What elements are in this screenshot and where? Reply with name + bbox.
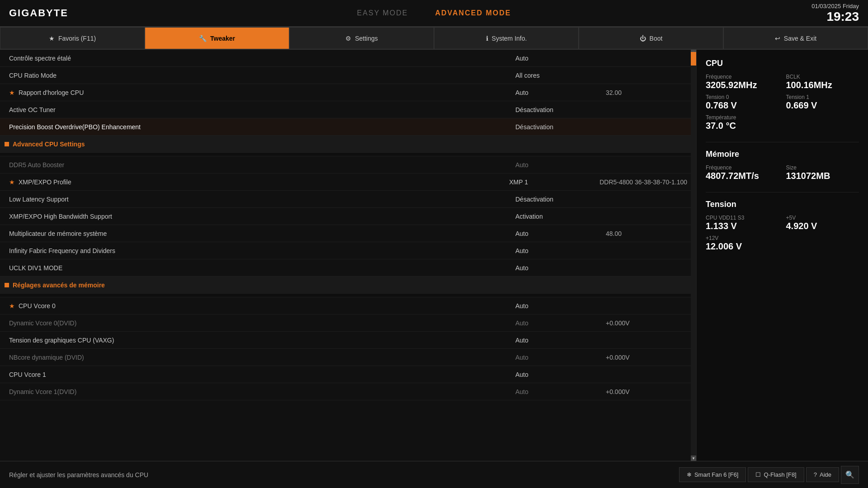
qflash-button[interactable]: ☐ Q-Flash [F8]	[748, 467, 804, 482]
row-pbo-enhancement[interactable]: Precision Boost Overdrive(PBO) Enhanceme…	[0, 118, 696, 136]
row-name: XMP/EXPO High Bandwidth Support	[9, 213, 515, 220]
aide-label: Aide	[820, 471, 831, 478]
settings-panel: Contrôle spectre étalé Auto CPU Ratio Mo…	[0, 50, 696, 461]
search-icon: 🔍	[845, 470, 854, 479]
divider-1	[706, 142, 859, 142]
row-name: Multiplicateur de mémoire système	[9, 230, 515, 237]
section-label: Advanced CPU Settings	[13, 141, 85, 148]
row-ddr5-auto-booster[interactable]: DDR5 Auto Booster Auto	[0, 156, 696, 174]
cpu-tension0-value: 0.768 V	[706, 100, 779, 111]
tab-boot[interactable]: ⏻ Boot	[579, 27, 723, 49]
section-reglages-memoire: Réglages avancés de mémoire	[0, 277, 696, 294]
row-value: Auto	[515, 247, 597, 254]
tab-sysinfo-label: System Info.	[492, 35, 527, 42]
row-extra: DDR5-4800 36-38-38-70-1.100	[590, 178, 687, 186]
tension-5v-block: +5V 4.920 V	[786, 215, 859, 231]
scrollbar[interactable]: ▲ ▼	[691, 50, 696, 461]
aide-button[interactable]: ? Aide	[806, 467, 839, 482]
scroll-thumb[interactable]	[691, 52, 696, 66]
tension-vdd-value: 1.133 V	[706, 221, 779, 231]
tab-tweaker-label: Tweaker	[210, 35, 235, 42]
nav-tabs: ★ Favoris (F11) 🔧 Tweaker ⚙ Settings ℹ S…	[0, 27, 868, 50]
cpu-grid: Fréquence 3205.92MHz BCLK 100.16MHz Tens…	[706, 74, 859, 131]
tab-tweaker[interactable]: 🔧 Tweaker	[145, 27, 289, 49]
cpu-tension1-block: Tension 1 0.669 V	[786, 94, 859, 111]
cpu-tension0-block: Tension 0 0.768 V	[706, 94, 779, 111]
row-name: Infinity Fabric Frequency and Dividers	[9, 247, 515, 254]
smartfan-button[interactable]: ❄ Smart Fan 6 [F6]	[679, 467, 746, 482]
smartfan-icon: ❄	[687, 471, 692, 478]
cpu-bclk-value: 100.16MHz	[786, 80, 859, 90]
qflash-icon: ☐	[755, 471, 761, 478]
row-low-latency[interactable]: Low Latency Support Désactivation	[0, 191, 696, 208]
row-controle-spectre[interactable]: Contrôle spectre étalé Auto	[0, 50, 696, 67]
row-cpu-ratio-mode[interactable]: CPU Ratio Mode All cores	[0, 67, 696, 84]
memory-section-title: Mémoire	[706, 150, 859, 159]
row-rapport-horloge[interactable]: ★Rapport d'horloge CPU Auto 32.00	[0, 84, 696, 101]
memory-section: Mémoire Fréquence 4807.72MT/s Size 13107…	[706, 150, 859, 181]
scroll-down-arrow[interactable]: ▼	[691, 455, 696, 461]
datetime: 01/03/2025 Friday 19:23	[811, 3, 859, 24]
row-name: Low Latency Support	[9, 196, 515, 203]
row-value: Activation	[515, 213, 597, 220]
row-name: ★Rapport d'horloge CPU	[9, 89, 515, 96]
tab-settings[interactable]: ⚙ Settings	[289, 27, 434, 49]
row-xmp-high-bandwidth[interactable]: XMP/EXPO High Bandwidth Support Activati…	[0, 208, 696, 225]
row-name: Dynamic Vcore 1(DVID)	[9, 388, 515, 395]
easy-mode-label[interactable]: EASY MODE	[357, 9, 408, 17]
row-name: DDR5 Auto Booster	[9, 161, 515, 169]
tab-saveexit[interactable]: ↩ Save & Exit	[723, 27, 868, 49]
tension-grid: CPU VDD11 S3 1.133 V +5V 4.920 V +12V 12…	[706, 215, 859, 252]
aide-icon: ?	[814, 471, 817, 478]
row-value: Auto	[515, 354, 597, 361]
row-name: Precision Boost Overdrive(PBO) Enhanceme…	[9, 123, 515, 131]
row-extra: 32.00	[597, 89, 687, 96]
row-nbcore-dynamique[interactable]: NBcore dynamique (DVID) Auto +0.000V	[0, 349, 696, 366]
row-dynamic-vcore-0[interactable]: Dynamic Vcore 0(DVID) Auto +0.000V	[0, 314, 696, 332]
row-multiplicateur-memoire[interactable]: Multiplicateur de mémoire système Auto 4…	[0, 225, 696, 242]
row-infinity-fabric[interactable]: Infinity Fabric Frequency and Dividers A…	[0, 242, 696, 259]
advanced-mode-label[interactable]: ADVANCED MODE	[435, 9, 511, 17]
row-dynamic-vcore-1[interactable]: Dynamic Vcore 1(DVID) Auto +0.000V	[0, 383, 696, 400]
tab-sysinfo[interactable]: ℹ System Info.	[434, 27, 579, 49]
row-name: Contrôle spectre étalé	[9, 55, 515, 62]
date-display: 01/03/2025 Friday	[811, 3, 859, 9]
spacer-row-1	[0, 153, 696, 156]
row-value: Auto	[515, 161, 597, 169]
mem-size-value: 131072MB	[786, 171, 859, 181]
cpu-temp-value: 37.0 °C	[706, 121, 859, 131]
section-label: Réglages avancés de mémoire	[13, 282, 105, 289]
tab-favoris[interactable]: ★ Favoris (F11)	[0, 27, 145, 49]
settings-list: Contrôle spectre étalé Auto CPU Ratio Mo…	[0, 50, 696, 400]
tab-saveexit-label: Save & Exit	[784, 35, 816, 42]
sysinfo-icon: ℹ	[486, 35, 488, 42]
cpu-freq-block: Fréquence 3205.92MHz	[706, 74, 779, 90]
memory-grid: Fréquence 4807.72MT/s Size 131072MB	[706, 164, 859, 181]
row-cpu-vcore-1[interactable]: CPU Vcore 1 Auto	[0, 366, 696, 383]
search-button[interactable]: 🔍	[841, 466, 859, 484]
row-uclk-div1[interactable]: UCLK DIV1 MODE Auto	[0, 259, 696, 277]
mem-freq-label: Fréquence	[706, 164, 779, 171]
row-xmp-expo-profile[interactable]: ★XMP/EXPO Profile XMP 1 DDR5-4800 36-38-…	[0, 174, 696, 191]
row-value: Auto	[515, 388, 597, 395]
cpu-tension1-value: 0.669 V	[786, 100, 859, 111]
favoris-icon: ★	[49, 35, 55, 42]
mem-freq-value: 4807.72MT/s	[706, 171, 779, 181]
mem-freq-block: Fréquence 4807.72MT/s	[706, 164, 779, 181]
cpu-section-title: CPU	[706, 59, 859, 68]
row-cpu-vcore-0[interactable]: ★CPU Vcore 0 Auto	[0, 297, 696, 314]
row-name: UCLK DIV1 MODE	[9, 264, 515, 272]
star-icon: ★	[9, 302, 15, 310]
boot-icon: ⏻	[640, 35, 646, 42]
section-dot-icon	[5, 142, 9, 146]
row-active-oc-tuner[interactable]: Active OC Tuner Désactivation	[0, 101, 696, 118]
cpu-tension1-label: Tension 1	[786, 94, 859, 100]
row-value: XMP 1	[509, 178, 590, 186]
saveexit-icon: ↩	[775, 35, 780, 42]
row-extra: +0.000V	[597, 388, 687, 395]
row-value: Auto	[515, 55, 597, 62]
row-tension-graphiques[interactable]: Tension des graphiques CPU (VAXG) Auto	[0, 332, 696, 349]
row-name: Active OC Tuner	[9, 106, 515, 113]
divider-2	[706, 192, 859, 192]
cpu-temp-block: Température 37.0 °C	[706, 114, 859, 131]
